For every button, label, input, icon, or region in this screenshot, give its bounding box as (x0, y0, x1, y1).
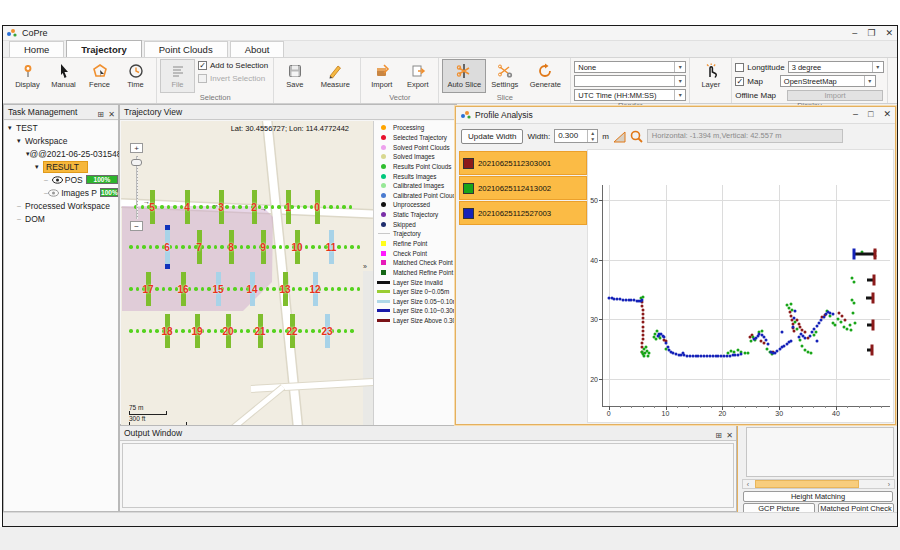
data-point (641, 329, 644, 332)
file-button[interactable]: File (160, 59, 195, 93)
close-icon[interactable]: ✕ (885, 27, 893, 40)
data-point (822, 316, 825, 319)
matched-marker-bar (854, 252, 875, 255)
invert-selection-checkbox[interactable]: Invert Selection (198, 74, 268, 83)
slice-settings-button[interactable]: Settings (487, 59, 522, 93)
magnifier-icon[interactable] (630, 130, 643, 143)
width-spinbox[interactable]: 0.300 ▲▼ (554, 129, 598, 143)
zoom-out-button[interactable]: − (130, 221, 143, 231)
tree-item-label: RESULT (43, 161, 88, 173)
export-button[interactable]: Export (400, 59, 435, 93)
profile-series-item[interactable]: 20210625112527003 (459, 201, 587, 225)
series-id-label: 20210625112527003 (478, 209, 551, 218)
scroll-right-icon[interactable]: › (884, 481, 894, 488)
series-color-chip (463, 208, 474, 219)
trajectory-dot (207, 287, 211, 291)
fence-button[interactable]: Fence (82, 59, 117, 93)
manual-button[interactable]: Manual (46, 59, 81, 93)
ribbon-group-save: Save Measure (274, 58, 361, 103)
tree-item-dom[interactable]: –DOM (4, 212, 118, 225)
panel-close-icon[interactable]: ✕ (108, 107, 115, 122)
data-point (810, 352, 813, 355)
horizontal-scrollbar[interactable]: ‹ › (742, 479, 895, 489)
gridline-vertical (666, 185, 667, 406)
trajectory-dot (181, 329, 185, 333)
trajectory-dot (142, 329, 146, 333)
render-mode-dropdown[interactable]: None▾ (574, 61, 686, 73)
zoom-in-button[interactable]: + (130, 143, 143, 153)
basemap (121, 121, 373, 425)
expander-icon[interactable]: ▾ (8, 124, 16, 132)
tree-item-images-p[interactable]: –Images P100% (4, 186, 118, 199)
longtitude-dropdown[interactable]: 3 degree▾ (788, 61, 884, 73)
ribbon-group-slice: Auto Slice Settings Generate Slice (439, 58, 571, 103)
panel-close-icon[interactable]: ✕ (726, 428, 733, 443)
time-button[interactable]: Time (118, 59, 153, 93)
dock-pin-icon[interactable]: ⊞ (97, 107, 104, 122)
save-button[interactable]: Save (277, 59, 312, 93)
longtitude-checkbox[interactable] (735, 63, 744, 72)
dock-pin-icon[interactable]: ⊞ (715, 428, 722, 443)
profile-series-item[interactable]: 20210625112303001 (459, 151, 587, 175)
data-point (789, 302, 792, 305)
tab-about[interactable]: About (230, 41, 285, 57)
trajectory-dot (136, 287, 140, 291)
minimize-icon[interactable]: – (853, 108, 858, 121)
map-provider-dropdown[interactable]: OpenStreetMap▾ (780, 75, 876, 87)
layer-button[interactable]: Layer (693, 59, 728, 93)
height-matching-button[interactable]: Height Matching (743, 491, 893, 502)
slope-triangle-icon[interactable] (613, 130, 626, 143)
map-checkbox[interactable] (735, 77, 744, 86)
tree-item-workspace[interactable]: ▾Workspace (4, 134, 118, 147)
x-minor-tick (745, 406, 746, 408)
tree-item--2021-06-25-031548[interactable]: ▾@@2021-06-25-031548 (4, 147, 118, 160)
close-icon[interactable]: ✕ (883, 108, 891, 121)
legend-item: Refine Point (377, 239, 457, 249)
generate-button[interactable]: Generate (523, 59, 567, 93)
y-tick-label: 20 (590, 376, 598, 383)
update-width-button[interactable]: Update Width (461, 129, 523, 144)
profile-series-item[interactable]: 20210625112413002 (459, 176, 587, 200)
status-bar (3, 512, 897, 526)
scrollbar-thumb[interactable] (755, 480, 859, 488)
x-minor-tick (654, 406, 655, 408)
auto-slice-button[interactable]: Auto Slice (442, 59, 486, 93)
expander-icon[interactable]: ▾ (17, 137, 25, 145)
render-time-dropdown[interactable]: UTC Time (HH:MM:SS)▾ (574, 89, 686, 101)
map-canvas[interactable]: Lat: 30.4556727; Lon: 114.4772442 543210… (121, 121, 373, 425)
export-arrow-icon (410, 61, 426, 80)
x-minor-tick (677, 406, 678, 408)
tree-item-result[interactable]: ▾RESULT (4, 160, 118, 173)
data-point (801, 344, 804, 347)
legend-label: Results Point Clouds (393, 163, 451, 170)
restore-icon[interactable]: ❐ (867, 27, 875, 40)
tab-trajectory[interactable]: Trajectory (66, 40, 141, 57)
trajectory-dot (350, 245, 354, 249)
scroll-left-icon[interactable]: ‹ (743, 481, 753, 488)
offline-map-import-button[interactable]: Import (787, 90, 883, 101)
clock-icon (128, 61, 144, 80)
measure-button[interactable]: Measure (313, 59, 357, 93)
zoom-slider-handle[interactable] (131, 159, 142, 166)
data-point (843, 318, 846, 321)
maximize-icon[interactable]: □ (868, 108, 873, 121)
minimize-icon[interactable]: – (852, 27, 857, 40)
expander-icon[interactable]: ▾ (35, 163, 43, 171)
display-button[interactable]: Display (10, 59, 45, 93)
tab-home[interactable]: Home (9, 41, 64, 57)
legend-expand-button[interactable]: » (363, 263, 367, 270)
app-logo-icon (6, 28, 18, 38)
plot-area[interactable]: 01020304020304050 (602, 185, 890, 407)
import-button[interactable]: Import (364, 59, 399, 93)
x-minor-tick (643, 406, 644, 408)
tree-item-test[interactable]: ▾TEST (4, 121, 118, 134)
tab-point-clouds[interactable]: Point Clouds (144, 41, 228, 57)
ribbon-group-selection: File Add to Selection Invert Selection S (157, 58, 274, 103)
tree-item-processed-workspace[interactable]: –Processed Workspace (4, 199, 118, 212)
tree-item-pos[interactable]: –POS100% (4, 173, 118, 186)
data-point (641, 295, 644, 298)
spinner-arrows-icon[interactable]: ▲▼ (587, 130, 597, 142)
task-tree: ▾TEST▾Workspace▾@@2021-06-25-031548▾RESU… (4, 121, 118, 511)
add-to-selection-checkbox[interactable]: Add to Selection (198, 61, 268, 70)
render-field-dropdown[interactable]: ▾ (574, 75, 686, 87)
